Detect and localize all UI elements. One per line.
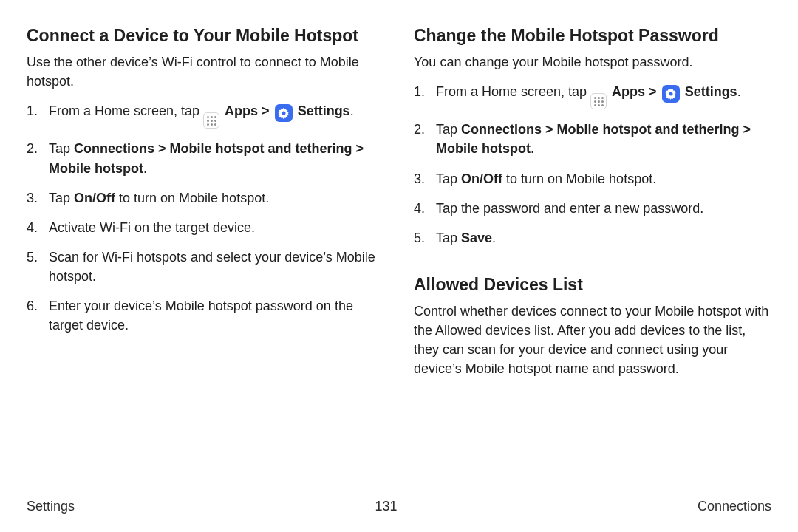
step-bold: Connections > Mobile hotspot and tetheri…: [49, 141, 364, 175]
step-text: Tap: [436, 171, 461, 186]
intro-change-password: You can change your Mobile hotspot passw…: [414, 52, 771, 72]
intro-connect: Use the other device’s Wi-Fi control to …: [27, 52, 384, 91]
heading-connect-device: Connect a Device to Your Mobile Hotspot: [27, 25, 384, 47]
list-item: From a Home screen, tap Apps > Settings.: [27, 101, 384, 129]
settings-icon: [275, 104, 293, 122]
step-text: From a Home screen, tap: [436, 84, 590, 99]
heading-allowed-devices: Allowed Devices List: [414, 274, 771, 296]
steps-connect: From a Home screen, tap Apps > Settings.…: [27, 101, 384, 335]
step-bold: On/Off: [74, 191, 115, 205]
apps-icon: [590, 93, 607, 109]
apps-label: Apps: [612, 84, 645, 99]
right-column: Change the Mobile Hotspot Password You c…: [414, 25, 771, 493]
list-item: Tap Save.: [414, 228, 771, 248]
page-footer: Settings 131 Connections: [27, 493, 771, 514]
step-bold: Save: [461, 231, 492, 245]
list-item: Tap the password and enter a new passwor…: [414, 199, 771, 218]
footer-left: Settings: [27, 499, 75, 514]
list-item: Tap Connections > Mobile hotspot and tet…: [27, 139, 384, 177]
step-text: to turn on Mobile hotspot.: [115, 191, 269, 205]
apps-icon: [203, 112, 219, 129]
list-item: Activate Wi-Fi on the target device.: [27, 218, 384, 237]
step-text: .: [350, 103, 354, 118]
list-item: Tap On/Off to turn on Mobile hotspot.: [414, 169, 771, 188]
step-text: .: [143, 161, 147, 176]
intro-allowed-devices: Control whether devices connect to your …: [414, 301, 771, 378]
separator: >: [645, 84, 661, 99]
step-text: Tap: [436, 122, 461, 137]
heading-change-password: Change the Mobile Hotspot Password: [414, 25, 771, 47]
list-item: Enter your device’s Mobile hotspot passw…: [27, 296, 384, 335]
step-text: Tap: [49, 141, 74, 156]
step-text: .: [737, 84, 741, 99]
list-item: Tap Connections > Mobile hotspot and tet…: [414, 120, 771, 158]
list-item: From a Home screen, tap Apps > Settings.: [414, 82, 771, 110]
step-text: Tap: [49, 191, 74, 205]
step-text: .: [492, 231, 496, 245]
step-text: From a Home screen, tap: [49, 103, 203, 118]
left-column: Connect a Device to Your Mobile Hotspot …: [27, 25, 384, 493]
footer-page-number: 131: [375, 499, 397, 514]
footer-right: Connections: [698, 499, 771, 514]
settings-label: Settings: [685, 84, 737, 99]
step-text: .: [531, 141, 534, 156]
step-bold: On/Off: [461, 171, 502, 186]
step-text: to turn on Mobile hotspot.: [502, 171, 656, 186]
step-bold: Connections > Mobile hotspot and tetheri…: [436, 122, 751, 156]
apps-label: Apps: [225, 103, 258, 118]
settings-label: Settings: [298, 103, 350, 118]
steps-change-password: From a Home screen, tap Apps > Settings.…: [414, 82, 771, 248]
list-item: Tap On/Off to turn on Mobile hotspot.: [27, 188, 384, 208]
separator: >: [258, 103, 273, 118]
settings-icon: [662, 85, 680, 103]
step-text: Tap: [436, 231, 461, 245]
list-item: Scan for Wi-Fi hotspots and select your …: [27, 248, 384, 286]
